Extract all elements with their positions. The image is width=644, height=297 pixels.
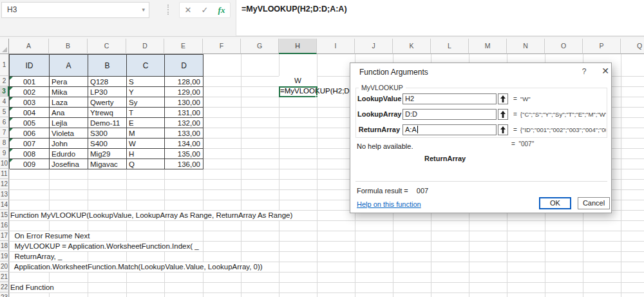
table-cell[interactable]: Ana (50, 108, 88, 118)
column-header-m[interactable]: M (469, 39, 507, 54)
table-header-cell[interactable]: A (50, 55, 88, 77)
column-header-g[interactable]: G (241, 39, 279, 54)
table-cell[interactable]: Q128 (88, 77, 127, 87)
column-header-p[interactable]: P (583, 39, 621, 54)
column-header-e[interactable]: E (164, 39, 203, 54)
vba-code-line[interactable]: End Function (10, 283, 56, 292)
column-header-q[interactable]: Q (621, 39, 644, 54)
column-header-k[interactable]: K (393, 39, 431, 54)
table-cell[interactable]: Edurdo (50, 149, 88, 159)
table-cell[interactable]: Qwerty (88, 97, 127, 108)
table-cell[interactable]: S300 (88, 128, 127, 139)
row-header-12[interactable]: 12 (0, 179, 9, 189)
row-header-3[interactable]: 3 (0, 86, 9, 97)
vba-code-line[interactable]: Function MyVLOOKUP(LookupValue, LookupAr… (10, 211, 294, 220)
row-header-13[interactable]: 13 (0, 189, 9, 200)
table-cell[interactable]: 007 (10, 139, 50, 149)
dialog-help-icon[interactable]: ? (579, 67, 589, 76)
table-cell[interactable]: John (50, 139, 88, 149)
column-header-i[interactable]: I (317, 39, 355, 54)
row-header-11[interactable]: 11 (0, 169, 9, 179)
row-header-9[interactable]: 9 (0, 148, 9, 158)
fill-handle[interactable] (316, 95, 318, 98)
lookuparray-range-picker[interactable] (498, 109, 508, 120)
table-cell[interactable]: 128,00 (165, 77, 204, 87)
row-header-6[interactable]: 6 (0, 117, 9, 128)
table-cell[interactable]: 001 (10, 77, 50, 87)
select-all-corner[interactable] (0, 39, 9, 54)
table-cell[interactable]: Sy (127, 97, 165, 108)
name-box[interactable]: H3 ▾ (1, 2, 149, 18)
vba-code-line[interactable]: ReturnArray, _ (10, 252, 64, 262)
formula-bar[interactable]: =MyVLOOKUP(H2;D:D;A:A) (236, 0, 644, 36)
row-header-22[interactable]: 22 (0, 282, 9, 292)
table-header-cell[interactable]: D (165, 55, 204, 77)
table-cell[interactable]: 134,00 (165, 139, 204, 149)
table-header-cell[interactable]: ID (10, 55, 50, 77)
table-cell[interactable]: Q (127, 159, 165, 169)
table-cell[interactable]: 008 (10, 149, 50, 159)
table-cell[interactable]: 009 (10, 159, 50, 169)
table-cell[interactable]: Lejla (50, 118, 88, 128)
row-header-5[interactable]: 5 (0, 107, 9, 117)
column-header-f[interactable]: F (203, 39, 241, 54)
row-header-8[interactable]: 8 (0, 138, 9, 148)
table-cell[interactable]: Mika (50, 87, 88, 97)
table-cell[interactable]: 129,00 (165, 87, 204, 97)
chevron-down-icon[interactable]: ▾ (142, 3, 145, 17)
column-header-c[interactable]: C (88, 39, 126, 54)
row-header-19[interactable]: 19 (0, 251, 9, 262)
column-header-a[interactable]: A (9, 39, 49, 54)
table-cell[interactable]: Laza (50, 97, 88, 108)
column-header-l[interactable]: L (431, 39, 469, 54)
table-cell[interactable]: 003 (10, 97, 50, 108)
row-header-4[interactable]: 4 (0, 97, 9, 107)
table-cell[interactable]: 006 (10, 128, 50, 139)
table-cell[interactable]: Migavac (88, 159, 127, 169)
table-cell[interactable]: S (127, 77, 165, 87)
help-on-function-link[interactable]: Help on this function (357, 200, 421, 208)
table-header-cell[interactable]: C (127, 55, 165, 77)
table-cell[interactable]: Ytrewq (88, 108, 127, 118)
row-header-23[interactable]: 23 (0, 292, 9, 297)
table-cell[interactable]: Violeta (50, 128, 88, 139)
column-header-h[interactable]: H (279, 39, 317, 54)
table-cell[interactable]: S400 (88, 139, 127, 149)
enter-entry-icon[interactable]: ✓ (196, 3, 213, 17)
table-header-cell[interactable]: B (88, 55, 127, 77)
table-cell[interactable]: Demo-11 (88, 118, 127, 128)
column-header-d[interactable]: D (126, 39, 164, 54)
row-header-16[interactable]: 16 (0, 220, 9, 231)
table-cell[interactable]: Y (127, 87, 165, 97)
table-cell[interactable]: 136,00 (165, 159, 204, 169)
row-header-2[interactable]: 2 (0, 76, 9, 86)
row-header-15[interactable]: 15 (0, 210, 9, 220)
insert-function-icon[interactable]: fx (213, 3, 230, 17)
ok-button[interactable]: OK (539, 197, 571, 209)
cell-h3-selection-border[interactable] (279, 86, 317, 97)
vba-code-line[interactable]: On Error Resume Next (10, 231, 91, 241)
table-cell[interactable]: Pera (50, 77, 88, 87)
row-header-17[interactable]: 17 (0, 231, 9, 241)
table-cell[interactable]: Mig29 (88, 149, 127, 159)
returnarray-range-picker[interactable] (498, 124, 508, 135)
dialog-close-icon[interactable]: ✕ (599, 66, 612, 76)
row-header-7[interactable]: 7 (0, 128, 9, 138)
column-header-b[interactable]: B (49, 39, 88, 54)
row-header-20[interactable]: 20 (0, 262, 9, 272)
returnarray-input[interactable]: A:A (402, 124, 497, 135)
table-cell[interactable]: 005 (10, 118, 50, 128)
table-cell[interactable]: 132,00 (165, 118, 204, 128)
table-cell[interactable]: LP30 (88, 87, 127, 97)
row-header-10[interactable]: 10 (0, 158, 9, 169)
vba-code-line[interactable]: Application.WorksheetFunction.Match(Look… (10, 262, 265, 272)
table-cell[interactable]: 002 (10, 87, 50, 97)
column-header-o[interactable]: O (545, 39, 583, 54)
cancel-entry-icon[interactable]: ✕ (180, 3, 196, 17)
table-cell[interactable]: 131,00 (165, 108, 204, 118)
lookuparray-input[interactable]: D:D (402, 109, 497, 120)
row-header-21[interactable]: 21 (0, 272, 9, 282)
cancel-button[interactable]: Cancel (578, 197, 610, 209)
row-header-18[interactable]: 18 (0, 241, 9, 251)
column-header-n[interactable]: N (507, 39, 545, 54)
